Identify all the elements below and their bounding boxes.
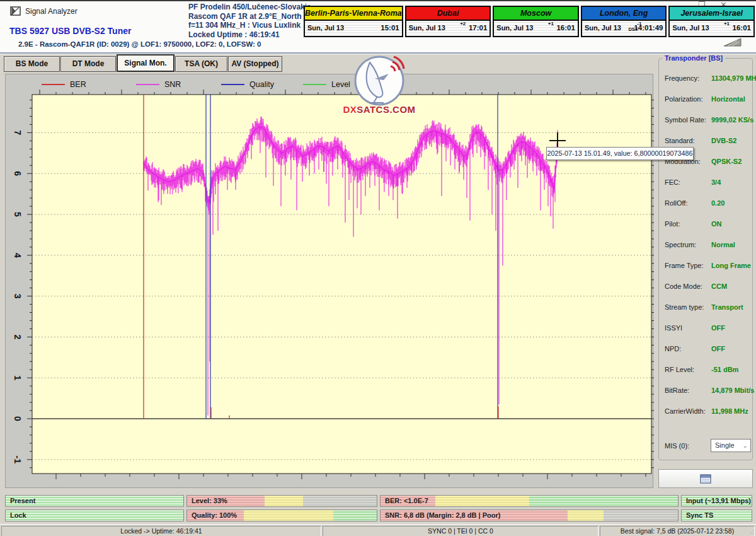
- transponder-row-value: OFF: [711, 345, 725, 352]
- clock-utc-offset: +1: [548, 21, 554, 26]
- clock-city-label: Dubai: [406, 7, 490, 21]
- transponder-row-label: Stream type:: [665, 303, 704, 311]
- transponder-row-label: Spectrum:: [665, 241, 696, 248]
- site-info: PF Prodelin 450/Lučenec-Slovakia Rascom …: [188, 3, 311, 39]
- clock-time: 14:01:49: [634, 24, 663, 32]
- transponder-row: FEC:3/4: [659, 178, 752, 189]
- tab-tsa-ok-[interactable]: TSA (OK): [175, 56, 227, 72]
- clock-moscow: MoscowSun, Jul 13+116:01: [493, 6, 579, 37]
- transponder-row: Pilot:ON: [659, 220, 752, 230]
- transponder-row: ISSYIOFF: [659, 324, 752, 334]
- statusbar-level-33: Level: 33%: [186, 495, 377, 507]
- status-bar-label: SNR: 6,8 dB (Margin: 2,8 dB | Poor): [385, 511, 500, 519]
- transponder-row-label: Frame Type:: [665, 262, 704, 269]
- yellow-segment: [244, 510, 333, 521]
- y-axis-tick-label: 6: [13, 171, 23, 176]
- statusbar-lock-uptime: Locked -> Uptime: 46:19:41: [1, 526, 321, 536]
- site-info-line: f=11 304 MHz_H : Vicus Luxlink: [188, 21, 311, 30]
- clock-dubai: DubaiSun, Jul 13+217:01: [405, 6, 491, 37]
- transponder-row: Code Mode:CCM: [659, 283, 752, 293]
- chart-plot[interactable]: -101234567: [6, 74, 654, 489]
- transponder-row-value: OFF: [711, 324, 725, 332]
- statusbar-sync-counters: SYNC 0 | TEI 0 | CC 0: [323, 526, 598, 536]
- status-bar-label: BER: <1.0E-7: [385, 497, 428, 504]
- transponder-row: BitRate:14,879 Mbit/s: [659, 387, 752, 397]
- tab-bs-mode[interactable]: BS Mode: [4, 56, 60, 72]
- y-axis-tick-label: 5: [13, 212, 23, 217]
- transponder-row: RollOff:0.20: [659, 199, 752, 209]
- clock-time-row: Sun, Jul 13+217:01: [406, 21, 490, 36]
- clock-utc-offset: +2: [460, 21, 466, 26]
- transponder-row-value: Normal: [711, 241, 735, 248]
- statusbar-ber-1-0e-7: BER: <1.0E-7: [380, 495, 679, 507]
- clock-widget-grip[interactable]: [723, 38, 742, 47]
- transponder-row-value: 14,879 Mbit/s: [711, 387, 754, 394]
- green-segment: [333, 510, 377, 521]
- transponder-row-value: CCM: [711, 283, 727, 290]
- transponder-row: NPD:OFF: [659, 345, 752, 355]
- transponder-row-label: RF Level:: [665, 366, 694, 373]
- resize-grip[interactable]: .:: [750, 528, 755, 535]
- transponder-row-label: Polarization:: [665, 95, 703, 103]
- transponder-row-value: 3/4: [711, 178, 721, 186]
- clock-time: 16:01: [556, 24, 575, 32]
- status-bar-label: Level: 33%: [192, 497, 227, 504]
- statusbar-quality-100: Quality: 100%: [186, 510, 377, 521]
- transponder-row-label: NPD:: [665, 345, 681, 352]
- mis-dropdown[interactable]: Single ⌄: [711, 439, 751, 452]
- tab-av-stopped-[interactable]: AV (Stopped): [228, 56, 282, 72]
- gray-segment: [604, 510, 679, 521]
- transponder-row: RF Level:-51 dBm: [659, 366, 752, 376]
- statusbar-lock: Lock: [5, 510, 184, 521]
- mis-label: MIS (0):: [665, 442, 689, 450]
- transponder-row-value: QPSK-S2: [711, 158, 742, 165]
- transponder-row-label: Code Mode:: [665, 283, 702, 290]
- tuner-title: TBS 5927 USB DVB-S2 Tuner: [9, 26, 131, 36]
- transponder-row: CarrierWidth:11,998 MHz: [659, 407, 752, 417]
- transponder-row-label: BitRate:: [665, 387, 689, 394]
- window-title: Signal Analyzer: [25, 7, 77, 16]
- y-axis-tick-label: 7: [13, 131, 23, 136]
- transponder-row: Standard:DVB-S2: [659, 137, 752, 147]
- clock-time: 15:01: [381, 24, 399, 32]
- clock-city-label: Berlin-Paris-Vienna-Roma: [305, 7, 402, 21]
- transponder-row: Frame Type:Long Frame: [659, 262, 752, 272]
- chevron-down-icon: ⌄: [743, 440, 748, 452]
- transponder-row-value: -51 dBm: [711, 366, 738, 373]
- chart-tooltip: 2025-07-13 15.01.49, value: 6,8000001907…: [546, 147, 694, 160]
- transponder-row-value: Transport: [711, 303, 743, 311]
- clock-jerusalem-israel: Jerusalem-IsraelSun, Jul 13+116:01: [668, 6, 755, 37]
- transponder-row-label: Standard:: [665, 137, 695, 144]
- transponder-row-label: FEC:: [665, 178, 680, 186]
- clock-date: Sun, Jul 13: [672, 24, 709, 32]
- clock-date: Sun, Jul 13: [585, 24, 621, 32]
- watermark-text: DXSATCS.COM: [342, 104, 416, 115]
- clock-time-row: Sun, Jul 1315:01: [305, 21, 402, 36]
- header-separator: [0, 52, 756, 54]
- tab-dt-mode[interactable]: DT Mode: [60, 56, 116, 72]
- green-segment: [529, 496, 679, 506]
- yellow-segment: [435, 496, 529, 506]
- transponder-row: Polarization:Horizontal: [659, 95, 752, 105]
- status-bar-label: Quality: 100%: [192, 511, 237, 519]
- clock-date: Sun, Jul 13: [409, 24, 445, 32]
- signal-chart[interactable]: BERSNRQualityLevel -101234567: [5, 74, 653, 488]
- transponder-list-button[interactable]: [658, 469, 753, 488]
- transponder-row-value: Horizontal: [711, 95, 745, 103]
- transponder-row-label: Frequency:: [665, 74, 699, 82]
- clock-berlin-paris-vienna-roma: Berlin-Paris-Vienna-RomaSun, Jul 1315:01: [304, 6, 403, 37]
- status-bar-label: Sync TS: [686, 511, 713, 519]
- transponder-panel-title: Transponder [BS]: [662, 54, 725, 62]
- y-axis-tick-label: 2: [13, 335, 23, 340]
- y-axis-tick-label: 3: [13, 294, 23, 299]
- transponder-row-value: 0.20: [711, 199, 724, 207]
- transponder-row-value: 9999,02 KS/s: [711, 116, 753, 124]
- clock-date: Sun, Jul 13: [496, 24, 533, 32]
- site-info-line: Locked Uptime : 46:19:41: [188, 30, 311, 40]
- tab-signal-mon-[interactable]: Signal Mon.: [117, 54, 175, 72]
- transponder-row-value: Long Frame: [711, 262, 751, 269]
- clock-city-label: London, Eng: [582, 7, 666, 21]
- clock-time-row: Sun, Jul 13+116:01: [494, 21, 578, 36]
- mis-selected-value: Single: [715, 441, 735, 449]
- transponder-row-label: ISSYI: [665, 324, 682, 332]
